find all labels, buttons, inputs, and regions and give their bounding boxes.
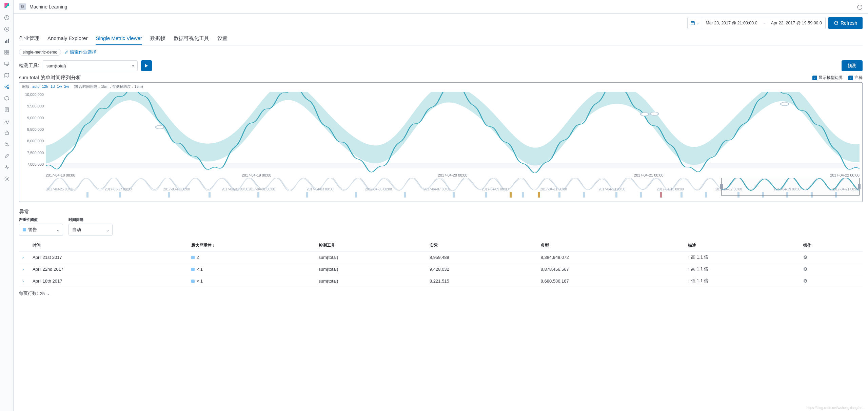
- expand-icon[interactable]: ›: [22, 267, 24, 272]
- visualize-icon[interactable]: [4, 38, 9, 43]
- svg-point-15: [5, 143, 6, 144]
- col-typical[interactable]: 典型: [537, 240, 685, 251]
- cell-actual: 8,221,515: [426, 275, 537, 287]
- svg-rect-4: [8, 39, 9, 43]
- table-row: ›April 22nd 2017< 1sum(total)9,428,0328,…: [19, 263, 863, 275]
- main-chart[interactable]: [46, 92, 860, 173]
- overview-window[interactable]: [721, 178, 860, 196]
- uptime-icon[interactable]: [4, 130, 9, 136]
- devtools-icon[interactable]: [4, 153, 9, 159]
- management-icon[interactable]: [4, 176, 9, 182]
- overview-tick: 2017-04-05 00:00: [365, 187, 392, 191]
- svg-point-16: [7, 145, 8, 146]
- tab-single-metric-viewer[interactable]: Single Metric Viewer: [96, 33, 142, 45]
- gear-icon[interactable]: ⚙: [803, 266, 808, 272]
- expand-icon[interactable]: ›: [22, 279, 24, 284]
- overview-chart[interactable]: 2017-03-25 00:002017-03-27 00:002017-03-…: [46, 178, 860, 199]
- col-detector[interactable]: 检测工具: [315, 240, 426, 251]
- brush-handle-right[interactable]: [858, 184, 861, 189]
- cell-desc: ↓低 1.1 倍: [685, 275, 800, 287]
- zoom-1w[interactable]: 1w: [57, 84, 62, 88]
- tab-anomaly-explorer[interactable]: Anomaly Explorer: [47, 33, 87, 45]
- cell-detector: sum(total): [315, 263, 426, 275]
- play-button[interactable]: [141, 60, 152, 71]
- tab-datavis[interactable]: 数据可视化工具: [174, 33, 209, 45]
- cell-desc: ↑高 1.1 倍: [685, 251, 800, 263]
- table-row: ›April 18th 2017< 1sum(total)8,221,5158,…: [19, 275, 863, 287]
- svg-rect-5: [5, 50, 6, 52]
- discover-icon[interactable]: [4, 26, 9, 32]
- cell-time: April 22nd 2017: [29, 263, 188, 275]
- zoom-12h[interactable]: 12h: [42, 84, 48, 88]
- ml-tabs: 作业管理 Anomaly Explorer Single Metric View…: [19, 33, 863, 45]
- job-badge[interactable]: single-metric-demo: [19, 49, 61, 56]
- zoom-auto[interactable]: auto: [32, 84, 39, 88]
- svg-rect-7: [5, 53, 6, 54]
- monitoring-icon[interactable]: [4, 165, 9, 170]
- date-to[interactable]: Apr 22, 2017 @ 19:59:00.0: [768, 21, 825, 25]
- date-from[interactable]: Mar 23, 2017 @ 21:00:00.0: [702, 21, 761, 25]
- ml-icon[interactable]: [4, 84, 9, 89]
- calendar-icon[interactable]: ⌄: [688, 17, 702, 29]
- tab-dataframe[interactable]: 数据帧: [150, 33, 165, 45]
- bucket-info: (聚合时间间隔：15m，存储桶跨度：15m): [74, 84, 143, 89]
- gear-icon[interactable]: ⚙: [803, 254, 808, 260]
- tab-jobs[interactable]: 作业管理: [19, 33, 39, 45]
- news-icon[interactable]: ◯: [857, 4, 863, 9]
- col-actions[interactable]: 操作: [800, 240, 863, 251]
- overview-tick: 2017-04-13 00:00: [598, 187, 625, 191]
- interval-select[interactable]: 自动: [68, 224, 113, 236]
- chart-subtitle: sum total 的单时间序列分析: [19, 75, 81, 81]
- overview-tick: 2017-04-03 00:00: [307, 187, 334, 191]
- zoom-2w[interactable]: 2w: [64, 84, 69, 88]
- cell-time: April 21st 2017: [29, 251, 188, 263]
- anomalies-table: 时间 最大严重性 ↓ 检测工具 实际 典型 描述 操作 ›April 21st …: [19, 240, 863, 287]
- interval-label: 时间间隔: [68, 217, 113, 222]
- topbar: 默 Machine Learning ◯: [14, 0, 868, 14]
- rows-per-page[interactable]: 每页行数: 25 ⌄: [19, 290, 863, 296]
- apm-icon[interactable]: [4, 119, 9, 124]
- siem-icon[interactable]: [4, 142, 9, 147]
- canvas-icon[interactable]: [4, 61, 9, 66]
- dashboard-icon[interactable]: [4, 49, 9, 55]
- left-nav: [0, 0, 14, 411]
- chk-model-bounds[interactable]: ✓显示模型边界: [812, 75, 843, 81]
- gear-icon[interactable]: ⚙: [803, 278, 808, 284]
- app-title: Machine Learning: [29, 4, 67, 9]
- expand-icon[interactable]: ›: [22, 255, 24, 260]
- cell-typical: 8,384,949.072: [537, 251, 685, 263]
- infra-icon[interactable]: [4, 96, 9, 101]
- tab-settings[interactable]: 设置: [217, 33, 228, 45]
- logs-icon[interactable]: [4, 107, 9, 112]
- date-picker[interactable]: ⌄ Mar 23, 2017 @ 21:00:00.0 → Apr 22, 20…: [687, 17, 826, 29]
- refresh-button[interactable]: Refresh: [828, 17, 863, 29]
- chk-annotations[interactable]: ✓注释: [848, 75, 863, 81]
- edit-job-link[interactable]: 编辑作业选择: [64, 49, 96, 55]
- xtick: 2017-04-18 00:00: [46, 173, 75, 177]
- brush-handle-left[interactable]: [720, 184, 723, 189]
- forecast-button[interactable]: 预测: [842, 60, 863, 71]
- severity-select[interactable]: 警告: [19, 224, 63, 236]
- anomalies-title: 异常: [19, 209, 863, 215]
- xtick: 2017-04-20 00:00: [438, 173, 468, 177]
- col-desc[interactable]: 描述: [685, 240, 800, 251]
- space-badge[interactable]: 默: [19, 3, 26, 10]
- overview-tick: 2017-03-31 00:002017-04-01 00:00: [221, 187, 275, 191]
- kibana-logo[interactable]: [4, 3, 10, 9]
- zoom-1d[interactable]: 1d: [51, 84, 55, 88]
- detector-row: 检测工具: sum(total) 预测: [19, 60, 863, 71]
- xtick: 2017-04-19 00:00: [242, 173, 271, 177]
- detector-label: 检测工具:: [19, 63, 39, 69]
- col-actual[interactable]: 实际: [426, 240, 537, 251]
- col-time[interactable]: 时间: [29, 240, 188, 251]
- svg-point-11: [7, 85, 9, 86]
- svg-point-20: [156, 125, 164, 129]
- cell-actual: 9,428,032: [426, 263, 537, 275]
- overview-tick: 2017-04-11 00:00: [540, 187, 567, 191]
- cell-severity: 2: [188, 251, 315, 263]
- maps-icon[interactable]: [4, 73, 9, 78]
- recent-icon[interactable]: [4, 15, 9, 20]
- col-severity[interactable]: 最大严重性 ↓: [188, 240, 315, 251]
- detector-select[interactable]: sum(total): [43, 60, 138, 71]
- svg-rect-9: [5, 62, 9, 65]
